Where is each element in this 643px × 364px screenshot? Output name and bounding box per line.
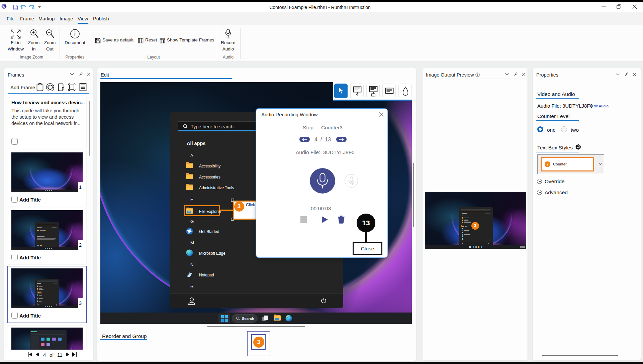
svg-text:R: R	[3, 5, 5, 8]
